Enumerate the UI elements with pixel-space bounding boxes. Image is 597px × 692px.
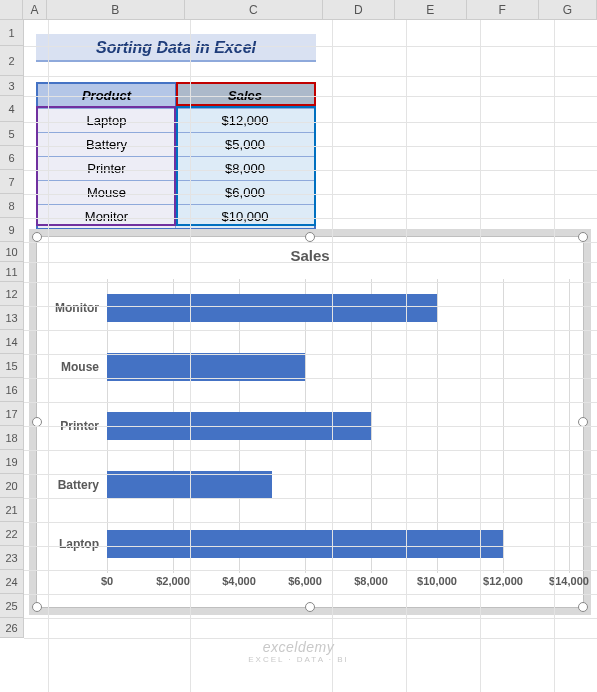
row-header[interactable]: 5	[0, 122, 23, 146]
resize-handle[interactable]	[578, 232, 588, 242]
watermark-name: exceldemy	[263, 639, 334, 655]
x-tick-label: $2,000	[156, 575, 190, 587]
y-tick-label: Mouse	[61, 360, 99, 374]
row-header[interactable]: 13	[0, 306, 23, 330]
row-header[interactable]: 19	[0, 450, 23, 474]
row-header[interactable]: 15	[0, 354, 23, 378]
col-header[interactable]: E	[395, 0, 467, 19]
bar[interactable]	[107, 530, 503, 558]
x-tick-label: $4,000	[222, 575, 256, 587]
x-tick-label: $0	[101, 575, 113, 587]
x-tick-label: $10,000	[417, 575, 457, 587]
y-tick-label: Battery	[58, 478, 99, 492]
resize-handle[interactable]	[305, 232, 315, 242]
row-header[interactable]: 11	[0, 262, 23, 282]
x-axis: $0$2,000$4,000$6,000$8,000$10,000$12,000…	[107, 575, 569, 595]
row-header[interactable]: 1	[0, 20, 23, 46]
x-tick-label: $14,000	[549, 575, 589, 587]
watermark: exceldemy EXCEL · DATA · BI	[0, 639, 597, 664]
col-header[interactable]: D	[323, 0, 395, 19]
row-header[interactable]: 22	[0, 522, 23, 546]
resize-handle[interactable]	[578, 602, 588, 612]
x-tick-label: $12,000	[483, 575, 523, 587]
resize-handle[interactable]	[305, 602, 315, 612]
row-header[interactable]: 4	[0, 96, 23, 122]
row-header[interactable]: 23	[0, 546, 23, 570]
x-tick-label: $6,000	[288, 575, 322, 587]
col-header[interactable]: F	[467, 0, 539, 19]
row-header[interactable]: 10	[0, 242, 23, 262]
page-title: Sorting Data in Excel	[96, 39, 256, 56]
selection-outline-header	[176, 82, 316, 106]
col-header[interactable]: B	[47, 0, 185, 19]
resize-handle[interactable]	[32, 602, 42, 612]
row-header[interactable]: 18	[0, 426, 23, 450]
col-header[interactable]: C	[185, 0, 323, 19]
row-header[interactable]: 26	[0, 618, 23, 638]
row-header[interactable]: 6	[0, 146, 23, 170]
row-header[interactable]: 24	[0, 570, 23, 594]
row-header[interactable]: 9	[0, 218, 23, 242]
col-header[interactable]: A	[23, 0, 46, 19]
row-header[interactable]: 3	[0, 76, 23, 96]
page-title-banner: Sorting Data in Excel	[36, 34, 316, 62]
spreadsheet: A B C D E F G 12345678910111213141516171…	[0, 0, 597, 692]
chart-object[interactable]: Sales MonitorMousePrinterBatteryLaptop $…	[36, 236, 584, 608]
row-header[interactable]: 20	[0, 474, 23, 498]
col-header[interactable]: G	[539, 0, 597, 19]
row-header[interactable]: 12	[0, 282, 23, 306]
row-header[interactable]: 8	[0, 194, 23, 218]
row-header[interactable]: 25	[0, 594, 23, 618]
selection-outline-values	[176, 106, 316, 226]
y-tick-label: Laptop	[59, 537, 99, 551]
resize-handle[interactable]	[32, 232, 42, 242]
row-header[interactable]: 21	[0, 498, 23, 522]
bar[interactable]	[107, 294, 437, 322]
row-headers: 1234567891011121314151617181920212223242…	[0, 20, 24, 638]
column-headers: A B C D E F G	[0, 0, 597, 20]
row-header[interactable]: 7	[0, 170, 23, 194]
y-tick-label: Monitor	[55, 301, 99, 315]
row-header[interactable]: 14	[0, 330, 23, 354]
x-tick-label: $8,000	[354, 575, 388, 587]
bar[interactable]	[107, 353, 305, 381]
row-header[interactable]: 17	[0, 402, 23, 426]
selection-outline-categories	[36, 106, 176, 226]
row-header[interactable]: 2	[0, 46, 23, 76]
row-header[interactable]: 16	[0, 378, 23, 402]
watermark-tag: EXCEL · DATA · BI	[0, 655, 597, 664]
